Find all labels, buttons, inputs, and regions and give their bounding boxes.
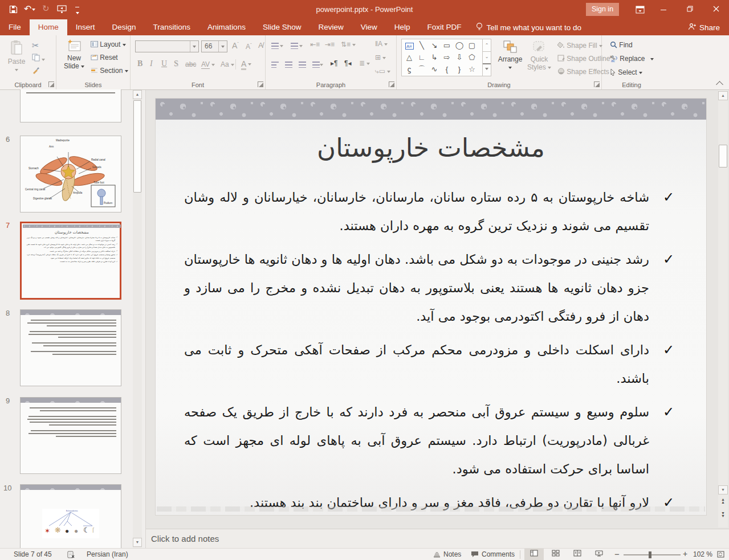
main-scroll-down-icon[interactable]: ▼ bbox=[718, 485, 728, 494]
bold-button[interactable]: B bbox=[137, 59, 142, 68]
customize-qat-icon[interactable] bbox=[75, 7, 79, 17]
thumbnail-scrollbar[interactable]: ▲ ▼ bbox=[133, 90, 142, 548]
next-slide-button[interactable]: ▼▼ bbox=[719, 512, 727, 517]
tab-animations[interactable]: Animations bbox=[199, 19, 254, 35]
zoom-level[interactable]: 102 % bbox=[693, 550, 712, 558]
tell-me-box[interactable]: Tell me what you want to do bbox=[470, 19, 588, 35]
section-button[interactable]: Section bbox=[91, 67, 128, 75]
thumbnail-slide-5-partial[interactable] bbox=[20, 89, 121, 122]
font-dialog-launcher[interactable] bbox=[258, 81, 263, 87]
align-right-icon[interactable] bbox=[299, 60, 306, 68]
new-slide-button[interactable]: New Slide bbox=[61, 39, 87, 70]
clipboard-dialog-launcher[interactable] bbox=[48, 81, 54, 87]
zoom-in-icon[interactable]: + bbox=[683, 549, 687, 558]
layout-button[interactable]: Layout bbox=[91, 40, 126, 49]
slide-canvas[interactable]: مشخصات خارپوستان ✓شاخه خارپوستان به ۵ رد… bbox=[155, 98, 707, 516]
shape-curve-icon[interactable]: ∿ bbox=[428, 63, 441, 75]
tab-foxit-pdf[interactable]: Foxit PDF bbox=[419, 19, 470, 35]
strikethrough-button[interactable]: abc bbox=[185, 60, 196, 68]
shapes-gallery[interactable]: A≡╲↘▭◯▢△∟↳⇨⇩⬠ϛ⌒∿{}☆ ⌃ ⌄ bbox=[401, 39, 491, 76]
shapes-scroll-up-icon[interactable]: ⌃ bbox=[483, 39, 491, 51]
bullets-icon[interactable] bbox=[271, 42, 283, 50]
columns-icon[interactable]: ≣ bbox=[359, 59, 370, 67]
undo-icon[interactable]: ↶ bbox=[24, 3, 35, 14]
tab-help[interactable]: Help bbox=[386, 19, 419, 35]
shape-right-arrow-icon[interactable]: ⇨ bbox=[441, 51, 453, 63]
justify-icon[interactable] bbox=[312, 60, 323, 68]
paste-button[interactable]: Paste bbox=[5, 40, 28, 73]
character-spacing-button[interactable]: AV bbox=[201, 60, 215, 68]
thumbnail-scrollbar-thumb[interactable] bbox=[133, 100, 141, 193]
shape-down-arrow-icon[interactable]: ⇩ bbox=[453, 51, 466, 63]
shape-triangle-icon[interactable]: △ bbox=[403, 51, 416, 63]
drawing-dialog-launcher[interactable] bbox=[594, 81, 600, 87]
numbering-icon[interactable] bbox=[291, 42, 303, 50]
shape-fill-button[interactable]: Shape Fill bbox=[557, 42, 602, 50]
thumbnail-slide-6[interactable]: Madreporite Arm Radial canal Gonads Stom… bbox=[20, 136, 121, 212]
shape-text-box-icon[interactable]: A≡ bbox=[403, 39, 416, 51]
replace-button[interactable]: abac Replace bbox=[610, 55, 654, 64]
align-text-icon[interactable]: ⊞ bbox=[375, 54, 386, 62]
share-button[interactable]: Share bbox=[679, 19, 729, 35]
restore-button[interactable] bbox=[677, 0, 703, 19]
shape-star-icon[interactable]: ☆ bbox=[466, 63, 478, 75]
shape-arrow-icon[interactable]: ↘ bbox=[428, 39, 441, 51]
tab-design[interactable]: Design bbox=[104, 19, 145, 35]
normal-view-button[interactable] bbox=[524, 549, 544, 560]
comments-icon[interactable] bbox=[471, 551, 479, 559]
ribbon-display-options-icon[interactable] bbox=[636, 6, 645, 15]
main-scrollbar[interactable]: ▲ ▼ ▲▲ ▼▼ bbox=[718, 90, 728, 528]
shape-line-icon[interactable]: ╲ bbox=[416, 39, 428, 51]
language-indicator[interactable]: Persian (Iran) bbox=[87, 550, 128, 558]
thumbnail-scroll-down-icon[interactable]: ▼ bbox=[133, 538, 142, 547]
zoom-out-icon[interactable]: − bbox=[614, 549, 620, 559]
copy-icon[interactable] bbox=[32, 54, 45, 63]
main-scroll-up-icon[interactable]: ▲ bbox=[718, 91, 728, 100]
grow-font-icon[interactable]: Aˆ bbox=[232, 41, 239, 50]
previous-slide-button[interactable]: ▲▲ bbox=[719, 498, 727, 504]
shape-elbow-arrow-icon[interactable]: ↳ bbox=[428, 51, 441, 63]
close-button[interactable] bbox=[703, 0, 729, 19]
tab-slide-show[interactable]: Slide Show bbox=[254, 19, 310, 35]
redo-icon[interactable]: ↻ bbox=[42, 3, 50, 14]
shape-freeform-icon[interactable]: ⬠ bbox=[466, 51, 478, 63]
save-icon[interactable] bbox=[9, 5, 18, 15]
thumbnail-scroll-up-icon[interactable]: ▲ bbox=[133, 90, 142, 99]
font-size-dropdown-icon[interactable] bbox=[218, 41, 227, 52]
slide-title[interactable]: مشخصات خارپوستان bbox=[156, 133, 706, 163]
fit-slide-to-window-icon[interactable] bbox=[717, 551, 724, 559]
shape-scribble-icon[interactable]: ϛ bbox=[403, 63, 416, 75]
reading-view-button[interactable] bbox=[568, 549, 587, 560]
shapes-more-icon[interactable] bbox=[483, 63, 491, 75]
font-size-combo[interactable]: 66 bbox=[201, 40, 227, 52]
align-left-icon[interactable] bbox=[271, 60, 279, 68]
shape-right-brace-icon[interactable]: } bbox=[453, 63, 466, 75]
sign-in-button[interactable]: Sign in bbox=[586, 3, 619, 16]
slide-body-text[interactable]: ✓شاخه خارپوستان به ۵ رده ستاره سانان، ما… bbox=[184, 183, 675, 522]
tab-home[interactable]: Home bbox=[30, 19, 67, 35]
line-spacing-icon[interactable]: ⇅≡ bbox=[341, 40, 356, 48]
format-painter-icon[interactable] bbox=[32, 66, 40, 76]
tab-transitions[interactable]: Transitions bbox=[145, 19, 199, 35]
reset-button[interactable]: Reset bbox=[91, 54, 118, 62]
tab-insert[interactable]: Insert bbox=[67, 19, 104, 35]
font-name-combo[interactable] bbox=[135, 40, 199, 52]
cut-icon[interactable]: ✂ bbox=[32, 40, 39, 51]
slide-sorter-view-button[interactable] bbox=[546, 549, 565, 560]
text-direction-icon[interactable]: ‖A bbox=[375, 40, 388, 48]
increase-indent-icon[interactable]: ⇥≡ bbox=[325, 40, 335, 48]
change-case-button[interactable]: Aa bbox=[221, 60, 234, 68]
shapes-scroll-down-icon[interactable]: ⌄ bbox=[483, 51, 491, 63]
thumbnail-slide-10[interactable]: Echinoderms ✶ ❋ ● ● ☾ ſ bbox=[20, 484, 121, 548]
select-button[interactable]: Select bbox=[610, 68, 642, 77]
text-shadow-button[interactable]: S bbox=[174, 59, 178, 68]
thumbnail-slide-8[interactable] bbox=[20, 309, 121, 386]
spell-check-icon[interactable] bbox=[67, 551, 75, 560]
shrink-font-icon[interactable]: Aˇ bbox=[246, 42, 252, 51]
shape-arc-icon[interactable]: ⌒ bbox=[416, 63, 428, 75]
align-center-icon[interactable] bbox=[285, 60, 292, 68]
zoom-slider-thumb[interactable] bbox=[649, 551, 651, 558]
tab-file[interactable]: File bbox=[0, 19, 30, 35]
arrange-button[interactable]: Arrange bbox=[497, 40, 523, 71]
tab-review[interactable]: Review bbox=[309, 19, 352, 35]
